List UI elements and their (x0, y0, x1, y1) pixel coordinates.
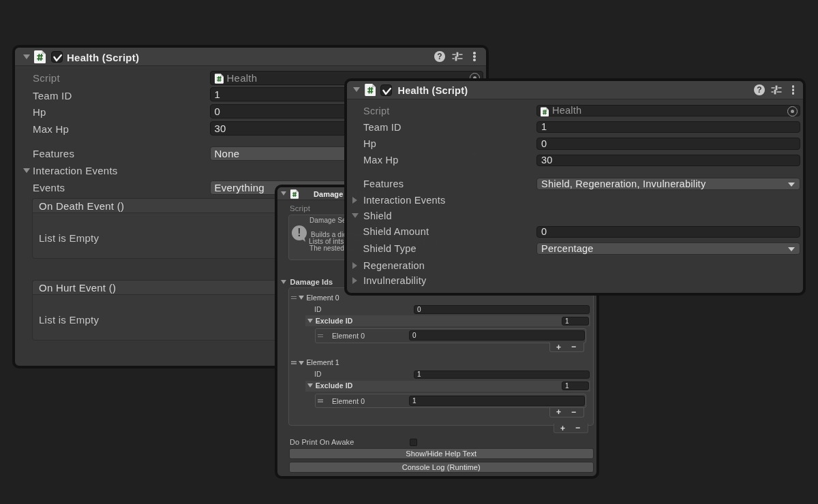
svg-text:!: ! (297, 227, 301, 238)
